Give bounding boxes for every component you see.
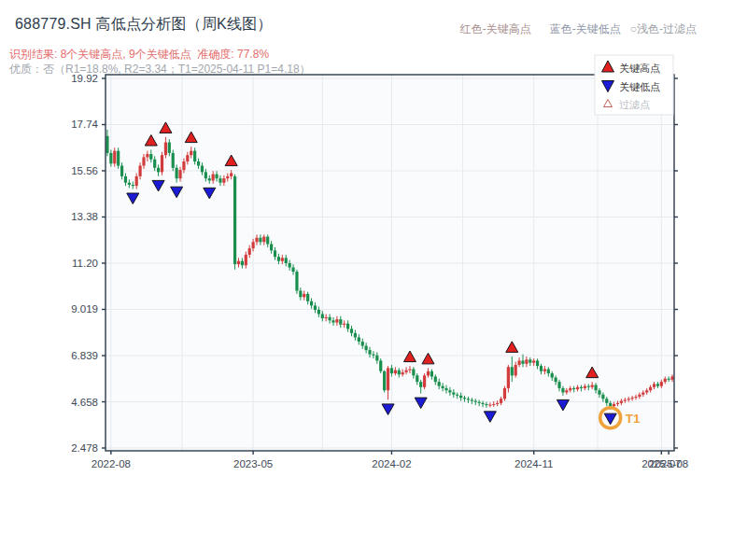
- candle-body: [132, 185, 134, 186]
- candle-body: [274, 250, 276, 257]
- candle-body: [620, 401, 623, 403]
- candle-body: [471, 399, 473, 400]
- candle-body: [427, 371, 430, 376]
- candle-body: [325, 317, 328, 318]
- candle-body: [584, 386, 586, 388]
- candle-body: [120, 166, 123, 176]
- candle-body: [500, 399, 502, 403]
- candle-body: [591, 385, 594, 387]
- candle-body: [638, 395, 641, 397]
- candle-body: [164, 143, 167, 156]
- candle-body: [452, 392, 455, 394]
- candle-body: [350, 329, 353, 333]
- y-tick-label: 2.478: [71, 442, 98, 454]
- candle-body: [295, 272, 298, 290]
- candle-body: [609, 403, 612, 406]
- x-tick-label: 2022-08: [92, 458, 131, 469]
- candle-body: [375, 356, 378, 361]
- candle-body: [601, 395, 604, 399]
- candle-body: [398, 371, 401, 375]
- candle-body: [321, 314, 324, 318]
- candle-body: [190, 151, 192, 156]
- candle-body: [277, 257, 280, 261]
- candle-body: [306, 294, 309, 301]
- candle-body: [390, 368, 393, 373]
- candle-body: [358, 337, 360, 342]
- y-tick-label: 13.38: [71, 211, 98, 222]
- candle-body: [444, 388, 447, 390]
- candle-body: [365, 346, 368, 351]
- candle-body: [442, 386, 444, 388]
- candle-body: [485, 404, 487, 405]
- candle-body: [157, 168, 160, 173]
- candle-body: [161, 155, 163, 172]
- candle-body: [193, 151, 196, 161]
- y-tick-label: 11.20: [72, 258, 98, 269]
- candle-body: [218, 178, 221, 183]
- candle-body: [517, 360, 520, 365]
- candle-body: [252, 242, 255, 248]
- candle-body: [670, 376, 673, 379]
- candle-body: [423, 375, 426, 386]
- candle-body: [463, 398, 466, 399]
- candle-body: [561, 388, 564, 393]
- candle-body: [379, 360, 382, 371]
- candle-body: [569, 388, 571, 390]
- candle-body: [565, 390, 568, 392]
- kline-analysis-screen: 688779.SH 高低点分析图（周K线图） 红色-关键高点 蓝色-关键低点 ○…: [0, 0, 747, 560]
- candle-body: [448, 390, 451, 392]
- kline-chart: 19.9217.7415.5613.3811.209.0196.8394.658…: [0, 0, 747, 560]
- candle-body: [346, 324, 349, 329]
- candle-body: [645, 390, 648, 392]
- candle-body: [551, 373, 554, 378]
- candle-body: [481, 403, 484, 404]
- candle-body: [372, 355, 374, 356]
- candle-body: [383, 371, 386, 390]
- candle-body: [197, 161, 200, 166]
- candle-body: [532, 360, 535, 362]
- candle-body: [474, 401, 477, 402]
- candle-body: [124, 176, 127, 183]
- candle-body: [222, 178, 225, 183]
- x-tick-label: 2024-02: [372, 458, 411, 469]
- candle-body: [291, 268, 294, 273]
- candle-body: [394, 371, 397, 373]
- candle-body: [310, 301, 313, 306]
- candle-body: [514, 365, 517, 375]
- candle-body: [299, 290, 302, 297]
- candle-body: [109, 153, 112, 163]
- candle-body: [117, 151, 120, 166]
- legend-key-high-label: 关键高点: [619, 63, 660, 74]
- candle-body: [627, 399, 630, 399]
- candle-body: [467, 399, 470, 399]
- candle-body: [416, 375, 418, 382]
- candle-body: [153, 160, 156, 168]
- candle-body: [331, 320, 334, 322]
- candle-body: [303, 294, 305, 297]
- candle-body: [543, 369, 546, 371]
- candle-body: [456, 395, 458, 396]
- candle-body: [135, 176, 138, 186]
- candle-body: [572, 388, 575, 389]
- candle-body: [343, 324, 345, 325]
- candle-body: [262, 237, 265, 243]
- y-tick-label: 17.74: [71, 119, 98, 130]
- candle-body: [496, 403, 499, 404]
- candle-body: [186, 155, 189, 161]
- candle-body: [478, 402, 481, 403]
- candle-body: [281, 258, 284, 260]
- candle-body: [208, 178, 211, 180]
- candle-body: [113, 151, 116, 164]
- candle-body: [404, 371, 407, 372]
- candle-body: [656, 384, 659, 385]
- candle-body: [521, 360, 524, 363]
- legend-key-low-label: 关键低点: [619, 81, 660, 92]
- candle-body: [226, 176, 229, 178]
- candle-body: [525, 359, 528, 364]
- candle-body: [138, 166, 141, 176]
- candle-body: [339, 319, 342, 325]
- candle-body: [128, 183, 131, 185]
- candle-body: [176, 168, 178, 178]
- y-tick-label: 9.019: [71, 303, 98, 315]
- candle-body: [624, 399, 627, 400]
